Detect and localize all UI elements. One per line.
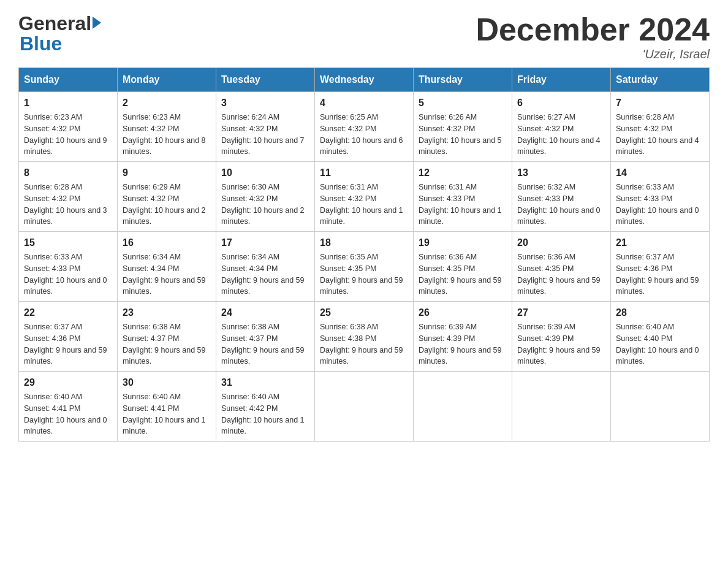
day-number: 24	[221, 305, 309, 320]
calendar-cell	[315, 372, 414, 442]
daylight-label: Daylight: 10 hours and 1 minute.	[123, 416, 206, 436]
sunset-label: Sunset: 4:32 PM	[24, 194, 80, 203]
daylight-label: Daylight: 9 hours and 59 minutes.	[221, 346, 305, 366]
sunrise-label: Sunrise: 6:26 AM	[419, 113, 477, 121]
day-number: 29	[24, 375, 112, 390]
sunset-label: Sunset: 4:33 PM	[24, 264, 80, 273]
sunset-label: Sunset: 4:39 PM	[419, 334, 475, 343]
day-number: 8	[24, 166, 112, 180]
sunset-label: Sunset: 4:41 PM	[24, 404, 80, 413]
weekday-header-sunday: Sunday	[19, 68, 118, 92]
sunrise-label: Sunrise: 6:24 AM	[221, 113, 279, 121]
day-number: 14	[616, 166, 704, 180]
day-number: 26	[419, 305, 507, 320]
sunset-label: Sunset: 4:36 PM	[616, 264, 672, 273]
daylight-label: Daylight: 10 hours and 0 minutes.	[24, 416, 107, 436]
sunrise-label: Sunrise: 6:37 AM	[616, 253, 674, 261]
title-area: December 2024 'Uzeir, Israel	[476, 12, 710, 61]
daylight-label: Daylight: 10 hours and 4 minutes.	[517, 136, 601, 156]
sunset-label: Sunset: 4:32 PM	[616, 124, 672, 133]
day-number: 5	[419, 96, 507, 110]
sunrise-label: Sunrise: 6:31 AM	[320, 183, 378, 191]
day-number: 17	[221, 236, 309, 250]
sunset-label: Sunset: 4:34 PM	[123, 264, 179, 273]
sunrise-label: Sunrise: 6:39 AM	[419, 323, 477, 331]
calendar-cell: 14 Sunrise: 6:33 AM Sunset: 4:33 PM Dayl…	[611, 162, 710, 232]
daylight-label: Daylight: 9 hours and 59 minutes.	[419, 346, 502, 366]
calendar-cell	[414, 372, 512, 442]
day-number: 12	[419, 166, 507, 180]
sunrise-label: Sunrise: 6:40 AM	[24, 393, 82, 401]
calendar-cell: 16 Sunrise: 6:34 AM Sunset: 4:34 PM Dayl…	[118, 232, 216, 302]
sunset-label: Sunset: 4:33 PM	[517, 194, 574, 203]
sunrise-label: Sunrise: 6:29 AM	[123, 183, 181, 191]
daylight-label: Daylight: 10 hours and 7 minutes.	[221, 136, 305, 156]
calendar-week-2: 8 Sunrise: 6:28 AM Sunset: 4:32 PM Dayli…	[19, 162, 710, 232]
sunset-label: Sunset: 4:35 PM	[419, 264, 475, 273]
calendar-cell: 19 Sunrise: 6:36 AM Sunset: 4:35 PM Dayl…	[414, 232, 512, 302]
sunrise-label: Sunrise: 6:38 AM	[123, 323, 181, 331]
sunset-label: Sunset: 4:38 PM	[320, 334, 376, 343]
sunrise-label: Sunrise: 6:40 AM	[616, 323, 674, 331]
daylight-label: Daylight: 9 hours and 59 minutes.	[123, 276, 206, 296]
daylight-label: Daylight: 10 hours and 0 minutes.	[24, 276, 107, 296]
location-label: 'Uzeir, Israel	[476, 47, 710, 61]
sunrise-label: Sunrise: 6:38 AM	[221, 323, 279, 331]
daylight-label: Daylight: 10 hours and 4 minutes.	[616, 136, 699, 156]
daylight-label: Daylight: 10 hours and 1 minute.	[419, 206, 502, 226]
day-number: 25	[320, 305, 408, 320]
weekday-header-tuesday: Tuesday	[216, 68, 315, 92]
day-number: 20	[517, 236, 605, 250]
weekday-header-wednesday: Wednesday	[315, 68, 414, 92]
sunset-label: Sunset: 4:33 PM	[616, 194, 672, 203]
sunrise-label: Sunrise: 6:23 AM	[24, 113, 82, 121]
day-number: 19	[419, 236, 507, 250]
month-title: December 2024	[476, 12, 710, 47]
sunset-label: Sunset: 4:32 PM	[123, 124, 179, 133]
day-number: 15	[24, 236, 112, 250]
daylight-label: Daylight: 10 hours and 6 minutes.	[320, 136, 403, 156]
calendar-cell: 22 Sunrise: 6:37 AM Sunset: 4:36 PM Dayl…	[19, 302, 118, 372]
day-number: 1	[24, 96, 112, 110]
sunrise-label: Sunrise: 6:34 AM	[123, 253, 181, 261]
sunset-label: Sunset: 4:33 PM	[419, 194, 475, 203]
calendar-cell: 15 Sunrise: 6:33 AM Sunset: 4:33 PM Dayl…	[19, 232, 118, 302]
sunrise-label: Sunrise: 6:27 AM	[517, 113, 575, 121]
sunrise-label: Sunrise: 6:37 AM	[24, 323, 82, 331]
calendar-week-1: 1 Sunrise: 6:23 AM Sunset: 4:32 PM Dayli…	[19, 92, 710, 162]
sunset-label: Sunset: 4:32 PM	[123, 194, 179, 203]
daylight-label: Daylight: 10 hours and 1 minute.	[320, 206, 403, 226]
sunrise-label: Sunrise: 6:36 AM	[419, 253, 477, 261]
weekday-header-row: SundayMondayTuesdayWednesdayThursdayFrid…	[19, 68, 710, 92]
sunrise-label: Sunrise: 6:38 AM	[320, 323, 378, 331]
sunrise-label: Sunrise: 6:36 AM	[517, 253, 575, 261]
daylight-label: Daylight: 10 hours and 0 minutes.	[517, 206, 601, 226]
day-number: 22	[24, 305, 112, 320]
sunrise-label: Sunrise: 6:28 AM	[616, 113, 674, 121]
sunset-label: Sunset: 4:41 PM	[123, 404, 179, 413]
logo-text-blue: Blue	[18, 33, 62, 55]
daylight-label: Daylight: 9 hours and 59 minutes.	[320, 346, 403, 366]
calendar-cell: 20 Sunrise: 6:36 AM Sunset: 4:35 PM Dayl…	[512, 232, 611, 302]
daylight-label: Daylight: 10 hours and 1 minute.	[221, 416, 305, 436]
calendar-cell: 8 Sunrise: 6:28 AM Sunset: 4:32 PM Dayli…	[19, 162, 118, 232]
sunrise-label: Sunrise: 6:23 AM	[123, 113, 181, 121]
calendar-cell: 29 Sunrise: 6:40 AM Sunset: 4:41 PM Dayl…	[19, 372, 118, 442]
calendar-cell: 23 Sunrise: 6:38 AM Sunset: 4:37 PM Dayl…	[118, 302, 216, 372]
sunset-label: Sunset: 4:32 PM	[221, 194, 278, 203]
sunset-label: Sunset: 4:42 PM	[221, 404, 278, 413]
calendar-cell: 5 Sunrise: 6:26 AM Sunset: 4:32 PM Dayli…	[414, 92, 512, 162]
calendar-week-3: 15 Sunrise: 6:33 AM Sunset: 4:33 PM Dayl…	[19, 232, 710, 302]
daylight-label: Daylight: 10 hours and 2 minutes.	[123, 206, 206, 226]
sunset-label: Sunset: 4:36 PM	[24, 334, 80, 343]
calendar-week-5: 29 Sunrise: 6:40 AM Sunset: 4:41 PM Dayl…	[19, 372, 710, 442]
calendar-cell: 18 Sunrise: 6:35 AM Sunset: 4:35 PM Dayl…	[315, 232, 414, 302]
calendar-cell: 17 Sunrise: 6:34 AM Sunset: 4:34 PM Dayl…	[216, 232, 315, 302]
day-number: 31	[221, 375, 309, 390]
day-number: 21	[616, 236, 704, 250]
calendar-week-4: 22 Sunrise: 6:37 AM Sunset: 4:36 PM Dayl…	[19, 302, 710, 372]
calendar-cell: 10 Sunrise: 6:30 AM Sunset: 4:32 PM Dayl…	[216, 162, 315, 232]
calendar-cell: 27 Sunrise: 6:39 AM Sunset: 4:39 PM Dayl…	[512, 302, 611, 372]
daylight-label: Daylight: 10 hours and 9 minutes.	[24, 136, 107, 156]
day-number: 18	[320, 236, 408, 250]
